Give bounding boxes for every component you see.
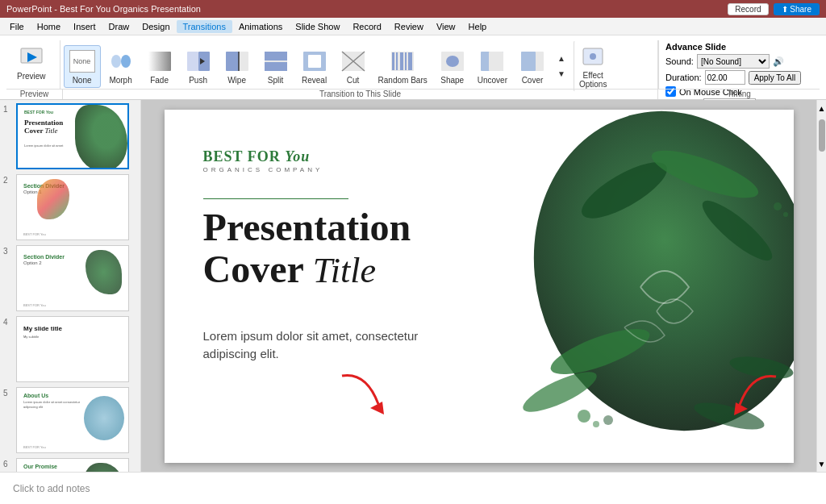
transition-none[interactable]: None None [64,45,101,88]
svg-rect-5 [187,52,198,71]
transitions-scroll-down[interactable]: ▼ [554,67,569,81]
slide-divider [203,198,348,199]
svg-rect-21 [396,52,398,70]
menu-record[interactable]: Record [346,20,387,33]
slide-img-1[interactable]: BEST FOR You PresentationCover Title Lor… [16,103,129,169]
menu-home[interactable]: Home [31,20,67,33]
notes-area[interactable]: Click to add notes [0,472,826,504]
svg-rect-20 [392,52,394,70]
scroll-thumb[interactable] [819,119,825,152]
transition-random-bars[interactable]: Random Bars [373,45,432,88]
transition-push[interactable]: Push [180,45,217,88]
none-icon: None [69,48,95,74]
slide-canvas[interactable]: BEST FOR You ORGANICS COMPANY Presentati… [165,110,794,463]
svg-point-40 [593,421,599,427]
random-bars-label: Random Bars [378,76,428,85]
transitions-scroll-up[interactable]: ▲ [554,52,569,65]
slide-img-6[interactable]: Our Promise Lorem ipsum dolor sit amet B… [16,458,129,472]
share-button[interactable]: ⬆ Share [774,3,820,15]
transition-fade[interactable]: Fade [141,45,178,88]
svg-rect-28 [489,52,503,71]
slide-subtitle: Lorem ipsum dolor sit amet, consectetur … [203,327,419,364]
scroll-up-btn[interactable]: ▲ [817,100,826,116]
svg-rect-12 [265,52,287,60]
transition-uncover[interactable]: Uncover [473,45,512,88]
slide-thumb-6[interactable]: 6 Our Promise Lorem ipsum dolor sit amet… [3,458,137,472]
slide-title-main: Presentation Cover Title [203,206,411,292]
transition-shape[interactable]: Shape [434,45,471,88]
slide-num-2: 2 [3,174,13,185]
sound-icon[interactable]: 🔊 [773,56,784,67]
record-button[interactable]: Record [728,3,768,15]
menu-bar: File Home Insert Draw Design Transitions… [0,18,826,35]
slide-num-3: 3 [3,245,13,256]
menu-draw[interactable]: Draw [102,20,136,33]
cut-icon [340,48,366,74]
cover-icon [519,48,545,74]
title-line2-italic: Title [304,251,376,290]
slide-num-5: 5 [3,387,13,398]
slide-thumb-3[interactable]: 3 Section Divider Option 2 BEST FOR You [3,245,137,311]
sound-select[interactable]: [No Sound] [697,54,770,69]
effect-options-label: EffectOptions [579,71,607,89]
menu-animations[interactable]: Animations [232,20,289,33]
svg-rect-13 [265,62,287,71]
ribbon: Preview None None [0,35,826,100]
red-arrow-2 [728,369,792,419]
svg-point-39 [578,410,590,423]
morph-label: Morph [109,76,131,85]
push-label: Push [189,76,207,85]
title-bar-right: Record ⬆ Share [728,3,820,15]
menu-file[interactable]: File [3,20,31,33]
transition-wipe[interactable]: Wipe [219,45,256,88]
slide-img-4[interactable]: My slide title My subtitle [16,316,129,382]
logo-bestfor: BEST FOR You [203,150,311,164]
shape-label: Shape [440,76,464,85]
wipe-label: Wipe [227,76,246,85]
slide-img-3[interactable]: Section Divider Option 2 BEST FOR You [16,245,129,311]
menu-slideshow[interactable]: Slide Show [289,20,346,33]
duration-input[interactable] [705,70,745,85]
canvas-area: BEST FOR You ORGANICS COMPANY Presentati… [141,100,816,472]
slide-thumb-2[interactable]: 2 Section Divider Option 1 BEST FOR You [3,174,137,240]
transition-cover[interactable]: Cover [514,45,551,88]
svg-rect-4 [148,52,171,71]
menu-design[interactable]: Design [136,20,176,33]
timing-group-label: Timing [658,90,820,99]
svg-rect-23 [405,52,407,70]
slide-img-2[interactable]: Section Divider Option 1 BEST FOR You [16,174,129,240]
random-bars-icon [390,48,415,74]
reveal-label: Reveal [302,76,327,85]
scroll-down-btn[interactable]: ▼ [817,456,826,472]
transition-reveal[interactable]: Reveal [296,45,333,88]
svg-point-41 [603,415,613,425]
main-area: 1 BEST FOR You PresentationCover Title L… [0,100,826,472]
wipe-icon [224,48,250,74]
menu-transitions[interactable]: Transitions [177,20,232,33]
split-label: Split [268,76,283,85]
advance-slide-title: Advance Slide [665,42,813,52]
apply-all-button[interactable]: Apply To All [749,71,802,85]
fade-label: Fade [150,76,169,85]
slide-img-5[interactable]: About Us Lorem ipsum dolor sit amet cons… [16,387,129,453]
menu-review[interactable]: Review [388,20,430,33]
transition-split[interactable]: Split [257,45,294,88]
preview-button[interactable]: Preview [10,40,53,85]
subtitle-text: Lorem ipsum dolor sit amet, consectetur … [203,329,419,361]
uncover-label: Uncover [478,76,507,85]
menu-view[interactable]: View [430,20,462,33]
effect-options-button[interactable]: EffectOptions [574,40,611,92]
slide-thumb-1[interactable]: 1 BEST FOR You PresentationCover Title L… [3,103,137,169]
right-scrollbar[interactable]: ▲ ▼ [816,100,826,472]
menu-insert[interactable]: Insert [67,20,102,33]
menu-help[interactable]: Help [462,20,494,33]
shape-icon [440,48,465,74]
logo-you-text: You [285,148,310,165]
slide-panel: 1 BEST FOR You PresentationCover Title L… [0,100,141,472]
uncover-icon [479,48,505,74]
effect-options-icon [580,44,606,69]
transition-cut[interactable]: Cut [335,45,372,88]
slide-thumb-5[interactable]: 5 About Us Lorem ipsum dolor sit amet co… [3,387,137,453]
slide-thumb-4[interactable]: 4 My slide title My subtitle [3,316,137,382]
transition-morph[interactable]: Morph [102,45,140,88]
